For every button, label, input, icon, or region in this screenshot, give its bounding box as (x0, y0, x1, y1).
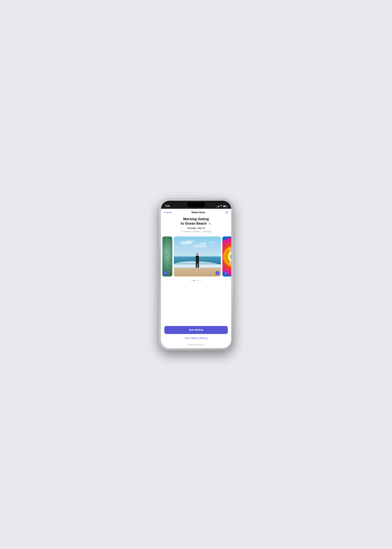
check-badge-center: ✓ (216, 271, 219, 275)
list-menu-button[interactable] (225, 211, 228, 213)
signal-bar-4 (219, 206, 219, 207)
check-badge-right: ✓ (224, 271, 228, 275)
menu-line-1 (225, 211, 228, 212)
menu-line-3 (225, 213, 228, 213)
status-time: 9:41 (166, 205, 170, 207)
media-carousel[interactable]: ✓ (161, 235, 231, 278)
beach-image (174, 236, 221, 276)
bottom-buttons: Start Writing Save Without Writing (161, 324, 231, 343)
svg-point-1 (164, 241, 166, 243)
dot-5[interactable] (200, 280, 201, 281)
dot-2[interactable] (193, 280, 194, 281)
pencil-icon[interactable]: ✏️ (208, 222, 211, 225)
home-indicator-area (161, 343, 231, 348)
person-figure (196, 253, 199, 268)
svg-point-2 (169, 247, 170, 249)
signal-bar-3 (218, 206, 218, 207)
power-button[interactable] (233, 230, 234, 242)
figure-head (196, 253, 199, 255)
pagination-dots (161, 278, 231, 282)
dot-1[interactable] (191, 280, 192, 281)
figure-leg-left (196, 263, 197, 268)
entry-meta: 1 Location • 3 Photos • 1 Podcast (164, 231, 228, 233)
carousel-item-right[interactable]: ✓ (222, 236, 231, 276)
silent-button[interactable] (158, 219, 159, 225)
phone-screen-area: 9:41 (161, 201, 231, 348)
cancel-button[interactable]: Cancel (164, 211, 172, 214)
content-area: Cancel Select Items Morning Outingto Oce… (161, 209, 231, 348)
home-bar (188, 345, 205, 345)
signal-bars-icon (217, 205, 219, 207)
svg-rect-0 (162, 236, 172, 276)
dot-3[interactable] (196, 280, 196, 281)
status-icons (217, 205, 227, 207)
nature-image (162, 236, 172, 276)
svg-point-4 (169, 261, 171, 263)
cloud-5 (209, 242, 214, 243)
figure-leg-right (198, 263, 199, 268)
battery-fill (224, 206, 225, 207)
battery-icon (223, 205, 227, 207)
entry-date: Tuesday, Sep 12 (164, 227, 228, 230)
cloud-4 (194, 245, 206, 247)
volume-up-button[interactable] (158, 227, 159, 236)
entry-header: Morning Outingto Ocean Beach ✏️ Tuesday,… (161, 216, 231, 235)
nav-title: Select Items (191, 211, 205, 214)
dynamic-island (187, 203, 205, 207)
cloud-3 (199, 242, 206, 245)
art-image (222, 236, 231, 276)
entry-title: Morning Outingto Ocean Beach ✏️ (164, 217, 228, 225)
clouds (178, 240, 216, 254)
carousel-item-left[interactable]: ✓ (162, 236, 172, 276)
volume-down-button[interactable] (158, 238, 159, 247)
phone-frame: 9:41 (159, 199, 233, 350)
status-bar: 9:41 (161, 201, 231, 209)
svg-rect-11 (230, 248, 231, 265)
navigation-bar: Cancel Select Items (161, 209, 231, 216)
check-badge-left: ✓ (164, 271, 168, 275)
sand (174, 268, 221, 277)
start-writing-button[interactable]: Start Writing (164, 326, 228, 334)
screen: 9:41 (161, 201, 231, 348)
signal-bar-2 (217, 206, 218, 207)
signal-bar-1 (217, 207, 217, 207)
svg-point-3 (165, 254, 168, 256)
menu-line-2 (226, 212, 228, 213)
wifi-icon (220, 205, 222, 207)
carousel-item-center[interactable]: ✓ (174, 236, 221, 276)
svg-point-5 (163, 267, 166, 269)
figure-body (196, 256, 199, 263)
carousel-track: ✓ (161, 235, 231, 278)
spacer (161, 282, 231, 324)
figure-legs (196, 263, 199, 268)
save-without-writing-button[interactable]: Save Without Writing (164, 336, 228, 341)
cloud-2 (186, 240, 195, 243)
dot-4[interactable] (198, 280, 199, 281)
